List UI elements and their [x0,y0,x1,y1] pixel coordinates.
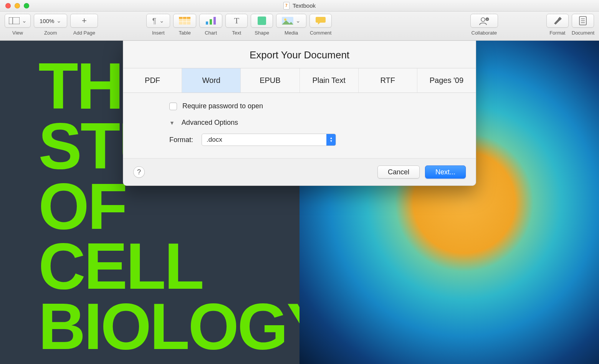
require-password-label: Require password to open [182,102,263,110]
svg-rect-7 [206,22,208,25]
chart-icon [205,17,217,25]
cancel-button[interactable]: Cancel [377,165,420,179]
chevron-down-icon: ⌄ [296,17,301,24]
document-canvas: THE STUDY OF CELL BIOLOGY Introduction t… [0,41,599,364]
svg-rect-10 [258,17,266,25]
window-title: Textbook [0,2,599,10]
format-row: Format: .docx ▲▼ [169,134,460,146]
tab-plain-text[interactable]: Plain Text [300,68,359,93]
export-sheet-title: Export Your Document [123,41,476,68]
shape-label: Shape [255,30,269,36]
document-label: Document [572,30,594,36]
svg-rect-9 [213,17,216,25]
add-page-group: + Add Page [70,14,98,36]
chart-group: Chart [199,14,222,36]
pilcrow-icon: ¶ [152,17,156,25]
comment-group: Comment [309,14,332,36]
svg-text:+: + [486,18,488,21]
help-button[interactable]: ? [133,166,145,178]
titlebar: Textbook [0,0,599,12]
advanced-options-row[interactable]: ▼ Advanced Options [169,119,460,127]
media-icon [282,17,293,25]
export-sheet-body: Require password to open ▼ Advanced Opti… [123,93,476,158]
tab-word[interactable]: Word [182,68,241,93]
chevron-down-icon: ⌄ [56,17,61,24]
media-label: Media [285,30,298,36]
comment-button[interactable] [309,14,332,28]
sidebar-icon [9,17,20,24]
zoom-value: 100% [40,18,54,24]
toolbar: ⌄ View 100% ⌄ Zoom + Add Page ¶ ⌄ Insert… [0,12,599,41]
format-select-value: .docx [207,136,222,144]
text-icon: T [234,16,239,26]
text-button[interactable]: T [225,14,248,28]
format-select[interactable]: .docx ▲▼ [202,134,336,146]
view-button[interactable]: ⌄ [5,14,31,28]
export-format-tabs: PDF Word EPUB Plain Text RTF Pages '09 [123,68,476,93]
tab-pages09[interactable]: Pages '09 [417,68,476,93]
format-label: Format: [169,136,196,144]
format-group: Format [546,14,569,36]
collaborate-group: + Collaborate [470,14,498,36]
chart-label: Chart [205,30,217,36]
document-button[interactable] [572,14,594,28]
document-group: Document [572,14,594,36]
svg-rect-8 [210,19,212,25]
export-sheet-footer: ? Cancel Next... [123,158,476,185]
table-group: Table [173,14,196,36]
brush-icon [553,17,562,25]
require-password-checkbox[interactable] [169,103,177,110]
plus-icon: + [82,16,87,26]
help-icon: ? [137,168,141,176]
format-label: Format [549,30,565,36]
add-page-button[interactable]: + [70,14,98,28]
zoom-group: 100% ⌄ Zoom [34,14,67,36]
svg-point-14 [481,18,485,22]
collaborate-button[interactable]: + [470,14,498,28]
require-password-row: Require password to open [169,102,460,110]
chevron-down-icon: ⌄ [159,17,164,24]
svg-rect-0 [9,17,20,24]
chart-button[interactable] [199,14,222,28]
media-group: ⌄ Media [276,14,306,36]
title-line-3: OF CELL [38,176,276,296]
table-button[interactable] [173,14,196,28]
tab-pdf[interactable]: PDF [123,68,182,93]
document-icon [283,2,290,10]
shape-button[interactable] [251,14,273,28]
comment-icon [316,17,326,25]
next-button[interactable]: Next... [425,165,466,179]
shape-icon [258,17,266,25]
zoom-button[interactable]: 100% ⌄ [34,14,67,28]
advanced-options-label: Advanced Options [182,119,238,127]
collaborate-label: Collaborate [472,30,497,36]
media-button[interactable]: ⌄ [276,14,306,28]
shape-group: Shape [251,14,273,36]
title-line-4: BIOLOGY [38,296,276,356]
tab-rtf[interactable]: RTF [359,68,417,93]
format-button[interactable] [546,14,569,28]
add-page-label: Add Page [73,30,95,36]
view-label: View [12,30,23,36]
insert-label: Insert [152,30,165,36]
table-icon [179,17,190,25]
document-icon [579,16,587,25]
export-sheet: Export Your Document PDF Word EPUB Plain… [123,41,476,186]
table-label: Table [179,30,191,36]
svg-rect-13 [316,17,326,23]
collaborate-icon: + [479,17,490,25]
view-group: ⌄ View [5,14,31,36]
disclosure-triangle-icon: ▼ [169,120,175,126]
tab-epub[interactable]: EPUB [241,68,300,93]
chevron-down-icon: ⌄ [22,17,27,24]
comment-label: Comment [310,30,331,36]
insert-button[interactable]: ¶ ⌄ [146,14,170,28]
text-label: Text [232,30,241,36]
window-title-text: Textbook [293,2,316,9]
insert-group: ¶ ⌄ Insert [146,14,170,36]
select-stepper-icon: ▲▼ [326,134,336,146]
text-group: T Text [225,14,248,36]
zoom-label: Zoom [44,30,57,36]
svg-rect-2 [179,17,190,19]
